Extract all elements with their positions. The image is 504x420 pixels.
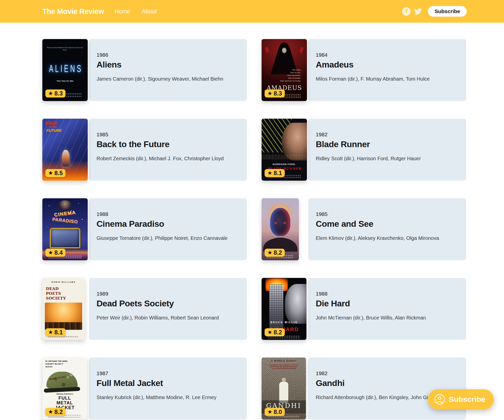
movie-card-amadeus[interactable]: THE MAN... THE MUSIC... THE MADNESS... T… — [262, 39, 466, 101]
movie-card-blade-runner[interactable]: HARRISON FORD. BLADE RUNNER ★ 8.1 1982 B… — [262, 119, 466, 181]
movie-year: 1987 — [97, 370, 239, 376]
rating-value: 8.2 — [274, 250, 282, 256]
site-title[interactable]: The Movie Review — [42, 7, 104, 16]
movie-info: 1989 Dead Poets Society Peter Weir (dir.… — [89, 278, 247, 340]
movie-card-cinema-paradiso[interactable]: CINEMA PARADISO ★ 8.4 1988 Cinema Paradi… — [42, 198, 247, 260]
poster-text-texture — [270, 366, 297, 367]
rating-badge: ★ 8.2 — [265, 249, 285, 257]
movie-card-come-and-see[interactable]: ★ 8.2 1985 Come and See Elem Klimov (dir… — [262, 198, 466, 260]
rating-badge: ★ 8.3 — [45, 89, 66, 98]
movie-poster[interactable]: ROBIN WILLIAMS DEAD POETS SOCIETY ★ 8.1 — [42, 278, 89, 340]
movie-title[interactable]: Aliens — [97, 60, 239, 69]
movie-cast: Stanley Kubrick (dir.), Matthew Modine, … — [97, 394, 239, 401]
facebook-icon[interactable]: f — [402, 7, 411, 16]
star-icon: ★ — [48, 91, 53, 96]
movie-title[interactable]: Blade Runner — [316, 140, 459, 149]
movie-cast: John McTiernan (dir.), Bruce Willis, Ala… — [316, 314, 459, 321]
movie-title[interactable]: Dead Poets Society — [97, 299, 239, 308]
movie-info: 1986 Aliens James Cameron (dir.), Sigour… — [89, 39, 247, 101]
movie-card-dead-poets-society[interactable]: ROBIN WILLIAMS DEAD POETS SOCIETY ★ 8.1 … — [42, 278, 247, 340]
movie-title[interactable]: Gandhi — [316, 378, 459, 388]
movie-info: 1988 Cinema Paradiso Giuseppe Tornatore … — [89, 198, 247, 260]
movie-card-aliens[interactable]: There Are Some Places In The Universe Yo… — [42, 39, 247, 101]
poster-logo-line: FULL — [42, 396, 87, 400]
poster-logo-line: BACK — [45, 121, 63, 125]
nav-home[interactable]: Home — [115, 8, 130, 15]
movie-cast: James Cameron (dir.), Sigourney Weaver, … — [97, 76, 239, 82]
movie-year: 1982 — [316, 370, 459, 376]
rating-value: 8.2 — [54, 409, 63, 415]
movie-title[interactable]: Back to the Future — [97, 140, 239, 149]
movie-card-back-to-the-future[interactable]: BACK TO THE FUTURE ★ 8.5 1985 Back to th… — [42, 119, 247, 181]
movie-grid: There Are Some Places In The Universe Yo… — [42, 39, 467, 419]
movie-poster[interactable]: BRUCE WILLIS DIE HARD ★ 8.2 — [262, 278, 308, 340]
poster-head — [270, 208, 290, 236]
movie-poster[interactable]: HARRISON FORD. BLADE RUNNER ★ 8.1 — [262, 119, 308, 181]
poster-credits-texture — [49, 257, 81, 259]
movie-poster[interactable]: ★ 8.2 — [262, 198, 308, 260]
poster-actor-name: HARRISON FORD. — [262, 163, 307, 166]
movie-card-die-hard[interactable]: BRUCE WILLIS DIE HARD ★ 8.2 1988 Die Har… — [262, 278, 466, 340]
star-icon: ★ — [48, 170, 53, 176]
movie-year: 1988 — [316, 290, 459, 297]
poster-credits-texture — [49, 417, 81, 418]
movie-info: 1984 Amadeus Milos Forman (dir.), F. Mur… — [308, 39, 466, 101]
poster-tagline: THE MURDER... — [262, 77, 302, 80]
movie-poster[interactable]: THE MAN... THE MUSIC... THE MADNESS... T… — [262, 39, 308, 101]
movie-info: 1985 Back to the Future Robert Zemeckis … — [89, 119, 247, 181]
rating-badge: ★ 8.5 — [45, 169, 66, 177]
portal-subscribe-label: Subscribe — [449, 395, 485, 404]
account-icon — [434, 394, 446, 405]
movie-title[interactable]: Full Metal Jacket — [97, 378, 239, 388]
poster-taglines: THE MAN... THE MUSIC... THE MADNESS... T… — [262, 69, 302, 83]
movie-title[interactable]: Die Hard — [316, 299, 459, 308]
poster-credits-texture — [268, 337, 300, 339]
poster-logo-line: TO THE — [48, 126, 62, 128]
movie-poster[interactable]: A WORLD EVENT GANDHI ★ 8.0 — [262, 358, 308, 419]
poster-tagline: A WORLD EVENT — [262, 360, 306, 362]
poster-skyscraper — [269, 284, 283, 331]
poster-photo — [45, 303, 82, 330]
movie-poster[interactable]: There Are Some Places In The Universe Yo… — [42, 39, 89, 101]
poster-tagline: THE MOTION PICTURE... — [262, 80, 302, 83]
rating-value: 8.1 — [54, 329, 63, 335]
movie-title[interactable]: Amadeus — [316, 60, 459, 69]
movie-info: 1987 Full Metal Jacket Stanley Kubrick (… — [89, 358, 247, 419]
subscribe-button[interactable]: Subscribe — [428, 6, 467, 17]
movie-year: 1985 — [97, 131, 239, 138]
movie-year: 1985 — [316, 211, 459, 217]
portal-subscribe-button[interactable]: Subscribe — [428, 389, 494, 409]
movie-card-gandhi[interactable]: A WORLD EVENT GANDHI ★ 8.0 1982 Gandhi R… — [262, 358, 466, 419]
star-icon: ★ — [48, 250, 53, 255]
poster-credits-texture — [268, 416, 300, 417]
star-icon: ★ — [48, 409, 53, 415]
movie-title[interactable]: Come and See — [316, 219, 459, 229]
movie-cast: Robert Zemeckis (dir.), Michael J. Fox, … — [97, 155, 239, 162]
rating-badge: ★ 8.1 — [265, 169, 285, 177]
movie-cast: Giuseppe Tornatore (dir.), Philippe Noir… — [97, 235, 239, 242]
movie-info: 1985 Come and See Elem Klimov (dir.), Al… — [308, 198, 466, 260]
poster-hand — [265, 47, 269, 53]
poster-figure — [279, 382, 288, 403]
poster-tagline: THE MADNESS... — [262, 74, 302, 77]
nav-about[interactable]: About — [142, 8, 157, 15]
poster-figure-face — [282, 48, 287, 53]
poster-logo-line: FUTURE — [46, 128, 62, 132]
poster-tagline: THE MAN... — [262, 69, 302, 72]
rating-badge: ★ 8.1 — [45, 328, 66, 336]
movie-info: 1982 Blade Runner Ridley Scott (dir.), H… — [308, 119, 466, 181]
poster-logo-line: METAL — [42, 401, 87, 405]
poster-actor-name: BRUCE WILLIS — [262, 321, 306, 324]
facebook-letter: f — [405, 8, 407, 15]
movie-poster[interactable]: In Vietnam the wind doesn't blow it suck… — [42, 358, 89, 419]
rating-value: 8.1 — [274, 170, 282, 176]
movie-card-full-metal-jacket[interactable]: In Vietnam the wind doesn't blow it suck… — [42, 358, 247, 419]
poster-tagline: In Vietnam the wind doesn't blow it suck… — [45, 360, 70, 368]
movie-title[interactable]: Cinema Paradiso — [97, 219, 239, 229]
movie-poster[interactable]: CINEMA PARADISO ★ 8.4 — [42, 198, 89, 260]
poster-text-texture — [269, 365, 299, 365]
twitter-icon[interactable] — [414, 8, 422, 15]
poster-figure — [58, 200, 72, 211]
movie-poster[interactable]: BACK TO THE FUTURE ★ 8.5 — [42, 119, 89, 181]
rating-badge: ★ 8.4 — [45, 249, 66, 257]
